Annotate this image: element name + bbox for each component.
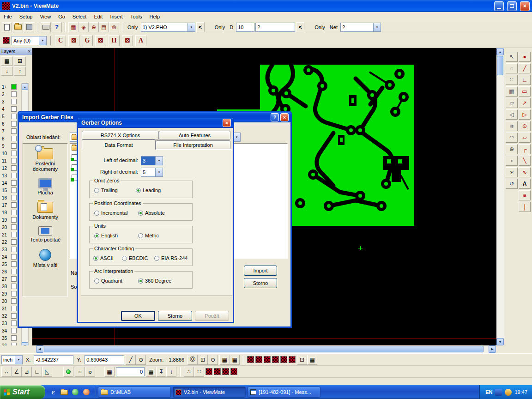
- tool-icon[interactable]: ↗: [519, 98, 531, 108]
- combo-arrow-icon[interactable]: ▼: [155, 157, 163, 165]
- shape-filter-icon[interactable]: ⊠: [68, 35, 79, 46]
- menu-item[interactable]: View: [36, 13, 54, 20]
- right-of-decimal-combo[interactable]: 5 ▼: [141, 168, 163, 177]
- quicklaunch-arrow-icon[interactable]: [71, 388, 79, 396]
- layer-color-swatch[interactable]: [11, 239, 17, 245]
- scroll-down-icon[interactable]: ▼: [496, 338, 504, 345]
- aperture-pattern-icon[interactable]: [255, 356, 262, 363]
- layer-color-swatch[interactable]: [11, 276, 17, 282]
- horizontal-scrollbar[interactable]: ◀ ▶: [36, 345, 496, 353]
- measure-icon[interactable]: ∟: [32, 367, 42, 377]
- scroll-up-icon[interactable]: ▲: [22, 84, 28, 90]
- cancel-button[interactable]: Storno: [244, 278, 277, 288]
- shape-filter-icon[interactable]: A: [135, 35, 146, 46]
- grid-icon[interactable]: ▦: [230, 355, 240, 365]
- radio-icon-checked[interactable]: [138, 211, 143, 216]
- aperture-pattern-icon[interactable]: [222, 368, 229, 375]
- tool-icon[interactable]: ≡: [519, 190, 531, 200]
- layer-color-swatch[interactable]: [11, 254, 17, 260]
- layer-move-down-button[interactable]: ↓: [1, 66, 13, 76]
- quicklaunch-circle-icon[interactable]: [82, 388, 91, 396]
- layers-grid-button[interactable]: ▦: [1, 56, 13, 66]
- tab-data-format[interactable]: Data Format: [82, 139, 156, 150]
- toolbar-misc-icon[interactable]: ⊗: [109, 22, 119, 32]
- layer-color-swatch[interactable]: [11, 298, 17, 304]
- place-network[interactable]: Místa v síti: [24, 249, 66, 268]
- layer-color-swatch[interactable]: [11, 232, 17, 237]
- radio-english[interactable]: English: [94, 233, 118, 238]
- combo-arrow-icon[interactable]: ▼: [187, 23, 195, 31]
- only-dcode-toggle[interactable]: Only: [213, 24, 227, 30]
- tool-icon[interactable]: ⌡: [519, 202, 531, 212]
- radio-icon[interactable]: [94, 278, 99, 284]
- radio-incremental[interactable]: Incremental: [94, 210, 127, 216]
- tool-icon[interactable]: ∗: [506, 167, 518, 177]
- radio-icon[interactable]: [122, 256, 127, 261]
- left-of-decimal-combo[interactable]: 3 ▼: [141, 156, 163, 165]
- menu-item[interactable]: Setup: [16, 13, 36, 20]
- start-button[interactable]: Start: [0, 385, 45, 399]
- tool-icon[interactable]: ▱: [519, 133, 531, 143]
- dialog-close-button[interactable]: ×: [280, 113, 289, 121]
- radio-360-degree[interactable]: 360 Degree: [138, 278, 172, 284]
- layer-color-swatch[interactable]: [11, 328, 17, 333]
- zoom-icon[interactable]: Ⓠ: [187, 355, 198, 365]
- aperture-pattern-icon[interactable]: [264, 356, 271, 363]
- radio-icon-checked[interactable]: [94, 233, 99, 238]
- dcode-input[interactable]: 10: [236, 23, 254, 32]
- place-documents[interactable]: Dokumenty: [24, 202, 66, 220]
- status-icon[interactable]: ⊕: [136, 355, 146, 365]
- context-help-button[interactable]: ?: [52, 22, 62, 32]
- canvas-vertical-scrollbar[interactable]: ▲ ▼: [496, 48, 504, 345]
- aperture-pattern-icon[interactable]: [206, 368, 212, 375]
- layer-color-swatch[interactable]: [11, 202, 17, 208]
- radio-icon[interactable]: [94, 211, 99, 216]
- radio-ascii[interactable]: ASCII: [93, 255, 114, 261]
- tool-icon[interactable]: ⊕: [506, 144, 518, 154]
- toolbar-misc-icon[interactable]: ◈: [79, 22, 89, 32]
- dialog-help-button[interactable]: ?: [271, 113, 279, 121]
- tool-icon[interactable]: ╱: [519, 63, 531, 73]
- shape-filter-icon[interactable]: C: [55, 35, 66, 46]
- toolbar-misc-icon[interactable]: ⊕: [89, 22, 99, 32]
- layer-color-swatch[interactable]: [11, 173, 17, 178]
- print-button[interactable]: [41, 22, 51, 32]
- dialog-titlebar[interactable]: Gerber Options ×: [78, 118, 233, 128]
- scroll-left-icon[interactable]: ◀: [36, 345, 43, 353]
- layer-color-swatch[interactable]: [11, 151, 17, 156]
- measure-icon[interactable]: ⊿: [22, 367, 32, 377]
- tool-icon[interactable]: ⊙: [519, 121, 531, 131]
- tool-icon[interactable]: ▫: [506, 156, 518, 166]
- radio-absolute[interactable]: Absolute: [138, 210, 165, 216]
- tool-icon[interactable]: A: [519, 179, 531, 189]
- layer-color-swatch[interactable]: [11, 128, 17, 134]
- layer-color-swatch[interactable]: [11, 320, 17, 326]
- menu-item[interactable]: Go: [54, 13, 69, 20]
- zoom-icon[interactable]: ⊙: [208, 355, 218, 365]
- minimize-button[interactable]: [494, 1, 504, 11]
- snap-icon[interactable]: ↧: [156, 367, 166, 377]
- layer-color-swatch[interactable]: [11, 284, 17, 289]
- quicklaunch-folder-icon[interactable]: [60, 388, 68, 396]
- shape-filter-icon[interactable]: H: [109, 35, 120, 46]
- scroll-up-icon[interactable]: ▲: [496, 48, 504, 55]
- grid-toggle-button[interactable]: ▦: [104, 367, 115, 377]
- scrollbar-thumb[interactable]: [497, 56, 503, 75]
- place-recent-documents[interactable]: Poslední dokumenty: [24, 148, 66, 172]
- layer-color-swatch[interactable]: [11, 247, 17, 252]
- prev-layer-button[interactable]: <: [196, 22, 205, 32]
- tab-auto-features[interactable]: Auto Features: [159, 131, 230, 139]
- measure-icon[interactable]: ↔: [1, 367, 12, 377]
- tray-icon[interactable]: [505, 389, 512, 396]
- dcode-name-input[interactable]: ?: [255, 23, 295, 32]
- aperture-pattern-icon[interactable]: [230, 368, 237, 375]
- combo-arrow-icon[interactable]: ▼: [15, 356, 22, 364]
- aperture-pattern-icon[interactable]: [247, 356, 254, 363]
- zoom-icon[interactable]: ⊞: [198, 355, 208, 365]
- toolbar-misc-icon[interactable]: ▦: [68, 22, 79, 32]
- radio-icon[interactable]: [94, 188, 99, 193]
- grid-icon[interactable]: ▦: [219, 355, 230, 365]
- tool-icon[interactable]: ▷: [519, 109, 531, 120]
- status-icon[interactable]: ▦: [307, 355, 317, 365]
- aperture-pattern-icon[interactable]: [280, 356, 287, 363]
